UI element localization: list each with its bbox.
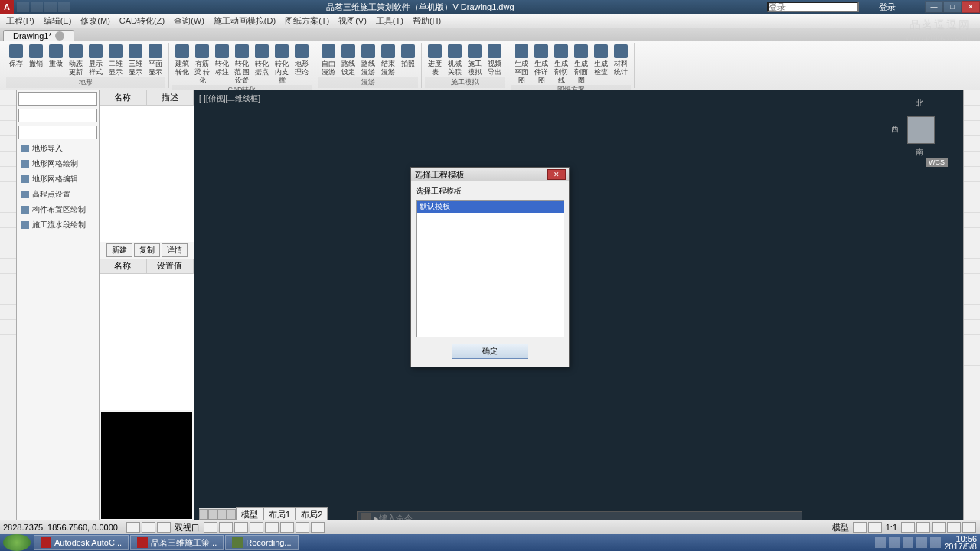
sb-btn[interactable] (234, 522, 248, 533)
viewport-label[interactable]: [-][俯视][二维线框] (199, 93, 260, 104)
tool-button[interactable] (0, 152, 16, 167)
viewcube-north[interactable]: 北 (916, 98, 923, 109)
tool-button[interactable] (964, 106, 980, 121)
sb-btn[interactable] (901, 522, 915, 533)
ribbon-button[interactable]: 显示 样式 (86, 43, 106, 77)
tool-button[interactable] (964, 259, 980, 274)
tool-button[interactable] (964, 274, 980, 289)
menu-view[interactable]: 视图(V) (334, 14, 371, 28)
sb-btn[interactable] (219, 522, 233, 533)
dialog-titlebar[interactable]: 选择工程模板 ✕ (411, 168, 569, 181)
wcs-label[interactable]: WCS (926, 158, 948, 167)
mid-panel-sublist[interactable] (100, 274, 194, 410)
tool-button[interactable] (964, 152, 980, 167)
menu-cad[interactable]: CAD转化(Z) (115, 14, 169, 28)
panel-item[interactable]: 施工流水段绘制 (17, 217, 99, 233)
sb-btn[interactable] (932, 522, 946, 533)
ribbon-button[interactable]: 转化 标注 (212, 43, 232, 85)
detail-button[interactable]: 详情 (162, 243, 188, 257)
ribbon-button[interactable]: 拍照 (398, 43, 418, 77)
sb-btn[interactable] (296, 522, 309, 533)
ribbon-button[interactable]: 建筑 转化 (172, 43, 192, 85)
task-item[interactable]: 品茗三维施工策... (130, 535, 224, 550)
sb-btn[interactable] (962, 522, 976, 533)
task-item[interactable]: Recording... (225, 535, 298, 550)
layout-last-icon[interactable] (227, 509, 236, 520)
panel-item[interactable]: 地形网格编辑 (17, 171, 99, 187)
menu-anim[interactable]: 施工动画模拟(D) (209, 14, 280, 28)
model-label[interactable]: 模型 (829, 522, 852, 533)
dialog-close-button[interactable]: ✕ (547, 169, 566, 180)
panel-item[interactable]: 地形导入 (17, 141, 99, 156)
sb-btn[interactable] (853, 522, 867, 533)
ribbon-button[interactable]: 视频 导出 (485, 43, 505, 77)
viewcube-south[interactable]: 南 (916, 147, 923, 158)
ribbon-button[interactable]: 进度 表 (425, 43, 445, 77)
tool-button[interactable] (964, 335, 980, 350)
tray-icon[interactable] (903, 537, 913, 548)
viewport-mode[interactable]: 双视口 (172, 522, 203, 533)
qat-btn[interactable] (31, 2, 43, 12)
tool-button[interactable] (964, 182, 980, 197)
close-button[interactable]: ✕ (962, 1, 980, 13)
help-icon[interactable] (913, 2, 925, 12)
template-list[interactable]: 默认模板 (416, 200, 564, 337)
menu-query[interactable]: 查询(W) (169, 14, 209, 28)
tool-button[interactable] (964, 213, 980, 228)
ribbon-button[interactable]: 二维 显示 (106, 43, 126, 77)
ribbon-button[interactable]: 转化 据点 (252, 43, 272, 85)
ribbon-button[interactable]: 撤销 (26, 43, 46, 77)
sb-btn[interactable] (126, 522, 140, 533)
tray-icon[interactable] (916, 537, 927, 548)
panel-search[interactable] (18, 126, 97, 139)
ribbon-button[interactable]: 有筋梁 转化 (192, 43, 212, 85)
ribbon-button[interactable]: 路线 设定 (338, 43, 358, 77)
panel-item[interactable]: 高程点设置 (17, 187, 99, 202)
ribbon-button[interactable]: 地形 理论 (292, 43, 312, 85)
sb-btn[interactable] (265, 522, 279, 533)
ribbon-button[interactable]: 平面 显示 (145, 43, 165, 77)
tool-button[interactable] (964, 228, 980, 243)
tool-button[interactable] (0, 182, 16, 197)
col-value[interactable]: 设置值 (147, 259, 194, 273)
layout-first-icon[interactable] (199, 509, 208, 520)
qat-btn[interactable] (58, 2, 70, 12)
tool-button[interactable] (0, 274, 16, 289)
tool-button[interactable] (0, 243, 16, 259)
tool-button[interactable] (964, 289, 980, 305)
tool-button[interactable] (964, 243, 980, 259)
search-input[interactable] (767, 2, 859, 12)
sb-btn[interactable] (868, 522, 882, 533)
layout-next-icon[interactable] (217, 509, 227, 520)
tool-button[interactable] (0, 213, 16, 228)
menu-project[interactable]: 工程(P) (2, 14, 39, 28)
tool-button[interactable] (964, 90, 980, 106)
menu-modify[interactable]: 修改(M) (76, 14, 115, 28)
sb-btn[interactable] (204, 522, 217, 533)
tool-button[interactable] (0, 136, 16, 152)
ribbon-button[interactable]: 生成 剖切线 (551, 43, 571, 85)
start-button[interactable] (3, 534, 31, 551)
sb-btn[interactable] (250, 522, 263, 533)
ribbon-button[interactable]: 结束 漫游 (378, 43, 398, 77)
menu-edit[interactable]: 编辑(E) (39, 14, 77, 28)
tool-button[interactable] (0, 305, 16, 320)
menu-help[interactable]: 帮助(H) (408, 14, 446, 28)
tool-button[interactable] (964, 167, 980, 182)
tool-button[interactable] (964, 350, 980, 366)
ribbon-button[interactable]: 生成 平面图 (511, 43, 531, 85)
layout-prev-icon[interactable] (208, 509, 217, 520)
ribbon-button[interactable]: 动态 更新 (66, 43, 86, 77)
ribbon-button[interactable]: 生成 剖面图 (571, 43, 591, 85)
ribbon-button[interactable]: 三维 显示 (126, 43, 145, 77)
ribbon-button[interactable]: 路线 漫游 (358, 43, 378, 77)
qat-btn[interactable] (44, 2, 57, 12)
maximize-button[interactable]: □ (943, 1, 962, 13)
tray-icon[interactable] (930, 537, 941, 548)
tool-button[interactable] (0, 90, 16, 106)
close-icon[interactable] (55, 31, 64, 41)
ribbon-button[interactable]: 生成 件详图 (531, 43, 551, 85)
viewport[interactable]: [-][俯视][二维线框] 北 西 南 WCS (194, 90, 963, 520)
new-button[interactable]: 新建 (106, 243, 132, 257)
ok-button[interactable]: 确定 (452, 344, 528, 359)
